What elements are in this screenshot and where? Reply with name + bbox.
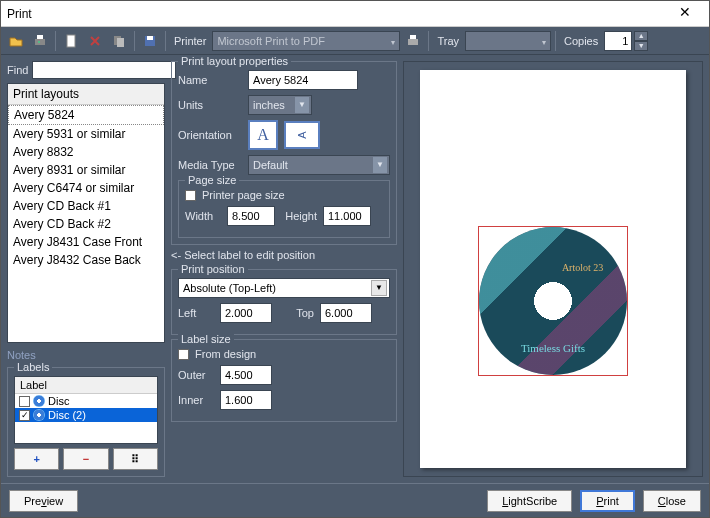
- new-page-icon[interactable]: [60, 30, 82, 52]
- label-row[interactable]: Disc (2): [15, 408, 157, 422]
- name-input[interactable]: [248, 70, 358, 90]
- layout-item[interactable]: Avery 5824: [8, 105, 164, 125]
- titlebar: Print ✕: [1, 1, 709, 27]
- from-design-checkbox[interactable]: [178, 349, 189, 360]
- preview-button[interactable]: Preview: [9, 490, 78, 512]
- top-input[interactable]: [320, 303, 372, 323]
- layouts-header: Print layouts: [8, 84, 164, 105]
- label-row[interactable]: Disc: [15, 394, 157, 408]
- find-input[interactable]: [32, 61, 176, 79]
- position-mode-select[interactable]: Absolute (Top-Left)▼: [178, 278, 390, 298]
- inner-input[interactable]: [220, 390, 272, 410]
- label-name: Disc (2): [48, 409, 86, 421]
- svg-point-2: [38, 41, 40, 43]
- layout-item[interactable]: Avery 5931 or similar: [8, 125, 164, 143]
- lightscribe-button[interactable]: LightScribe: [487, 490, 572, 512]
- copies-label: Copies: [560, 35, 602, 47]
- grid-label-button[interactable]: ⠿: [113, 448, 158, 470]
- print-position-group: Print position Absolute (Top-Left)▼ Left…: [171, 269, 397, 335]
- label-size-group: Label size From design Outer Inner: [171, 339, 397, 422]
- layout-item[interactable]: Avery C6474 or similar: [8, 179, 164, 197]
- svg-rect-3: [67, 35, 75, 47]
- svg-rect-8: [408, 39, 418, 45]
- select-label-hint: <- Select label to edit position: [171, 249, 397, 261]
- printer-combo[interactable]: Microsoft Print to PDF: [212, 31, 400, 51]
- svg-rect-5: [117, 38, 124, 47]
- printer-label: Printer: [170, 35, 210, 47]
- label-checkbox[interactable]: [19, 410, 30, 421]
- page-height-input[interactable]: [323, 206, 371, 226]
- label-name: Disc: [48, 395, 69, 407]
- preview-pane: Artolot 23 Timeless Gifts: [403, 61, 703, 477]
- layout-item[interactable]: Avery J8432 Case Back: [8, 251, 164, 269]
- print-icon[interactable]: [29, 30, 51, 52]
- print-layout-properties: Print layout properties Name Unitsinches…: [171, 61, 397, 245]
- delete-icon[interactable]: [84, 30, 106, 52]
- svg-rect-9: [410, 35, 416, 39]
- page-size-group: Page size Printer page size Width Height: [178, 180, 390, 238]
- close-icon[interactable]: ✕: [667, 4, 703, 24]
- disc-title: Artolot 23: [562, 262, 603, 273]
- disc-preview: Artolot 23 Timeless Gifts: [478, 226, 628, 376]
- print-button[interactable]: Print: [580, 490, 635, 512]
- printer-settings-icon[interactable]: [402, 30, 424, 52]
- window-title: Print: [7, 7, 667, 21]
- layout-item[interactable]: Avery CD Back #1: [8, 197, 164, 215]
- labels-group: Labels Label DiscDisc (2) + − ⠿: [7, 367, 165, 477]
- printer-pagesize-checkbox[interactable]: [185, 190, 196, 201]
- outer-input[interactable]: [220, 365, 272, 385]
- footer: Preview LightScribe Print Close: [1, 483, 709, 517]
- left-input[interactable]: [220, 303, 272, 323]
- labels-list[interactable]: Label DiscDisc (2): [14, 376, 158, 444]
- disc-icon: [33, 395, 45, 407]
- remove-label-button[interactable]: −: [63, 448, 108, 470]
- units-combo[interactable]: inches▼: [248, 95, 312, 115]
- layouts-list[interactable]: Print layouts Avery 5824Avery 5931 or si…: [7, 83, 165, 343]
- disc-icon: [33, 409, 45, 421]
- layout-item[interactable]: Avery J8431 Case Front: [8, 233, 164, 251]
- save-icon[interactable]: [139, 30, 161, 52]
- copies-spinner[interactable]: ▲▼: [634, 31, 648, 51]
- orientation-portrait[interactable]: A: [248, 120, 278, 150]
- svg-rect-7: [147, 36, 153, 40]
- disc-subtitle: Timeless Gifts: [479, 342, 627, 354]
- copies-input[interactable]: 1: [604, 31, 632, 51]
- print-dialog: Print ✕ Printer Microsoft Print to PDF T…: [0, 0, 710, 518]
- close-button[interactable]: Close: [643, 490, 701, 512]
- find-label: Find: [7, 64, 28, 76]
- open-icon[interactable]: [5, 30, 27, 52]
- label-checkbox[interactable]: [19, 396, 30, 407]
- preview-page: Artolot 23 Timeless Gifts: [420, 70, 686, 468]
- tray-label: Tray: [433, 35, 463, 47]
- page-width-input[interactable]: [227, 206, 275, 226]
- add-label-button[interactable]: +: [14, 448, 59, 470]
- toolbar: Printer Microsoft Print to PDF Tray Copi…: [1, 27, 709, 55]
- copy-icon[interactable]: [108, 30, 130, 52]
- svg-rect-1: [37, 35, 43, 39]
- orientation-landscape[interactable]: A: [284, 121, 320, 149]
- layout-item[interactable]: Avery 8931 or similar: [8, 161, 164, 179]
- layout-item[interactable]: Avery CD Back #2: [8, 215, 164, 233]
- layout-item[interactable]: Avery 8832: [8, 143, 164, 161]
- media-combo[interactable]: Default▼: [248, 155, 390, 175]
- tray-combo[interactable]: [465, 31, 551, 51]
